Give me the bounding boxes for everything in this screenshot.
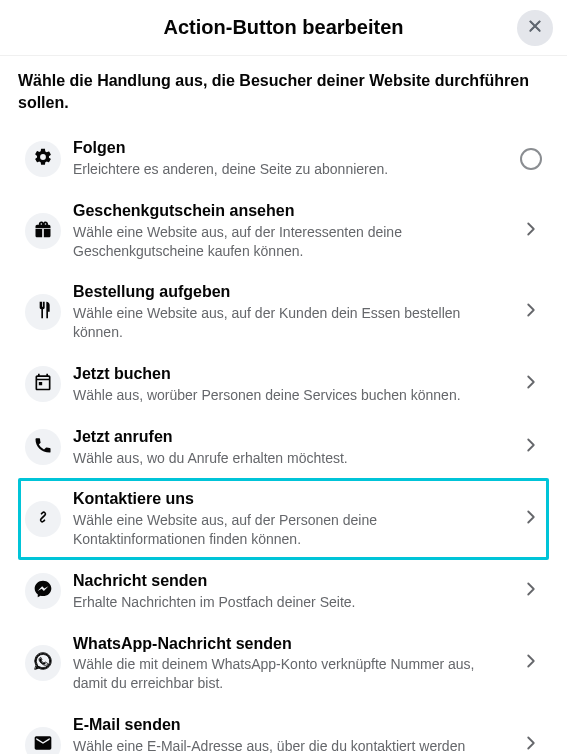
option-text: Jetzt buchen Wähle aus, worüber Personen…: [73, 364, 520, 405]
option-desc: Wähle die mit deinem WhatsApp-Konto verk…: [73, 655, 512, 693]
option-title: Geschenkgutschein ansehen: [73, 201, 512, 222]
option-desc: Wähle aus, worüber Personen deine Servic…: [73, 386, 512, 405]
option-icon-circle: [25, 501, 61, 537]
chevron-right-icon: [520, 371, 542, 397]
calendar-icon: [33, 372, 53, 396]
option-trailing: [520, 299, 542, 325]
gift-icon: [33, 219, 53, 243]
option-title: Kontaktiere uns: [73, 489, 512, 510]
action-option-food[interactable]: Bestellung aufgeben Wähle eine Website a…: [18, 271, 549, 353]
option-text: Jetzt anrufen Wähle aus, wo du Anrufe er…: [73, 427, 520, 468]
option-title: Jetzt anrufen: [73, 427, 512, 448]
option-icon-circle: [25, 141, 61, 177]
option-desc: Wähle eine Website aus, auf der Kunden d…: [73, 304, 512, 342]
option-text: Bestellung aufgeben Wähle eine Website a…: [73, 282, 520, 342]
modal-header: Action-Button bearbeiten: [0, 0, 567, 56]
option-title: Jetzt buchen: [73, 364, 512, 385]
phone-icon: [33, 435, 53, 459]
action-option-messenger[interactable]: Nachricht senden Erhalte Nachrichten im …: [18, 560, 549, 623]
radio-unchecked-icon[interactable]: [520, 148, 542, 170]
option-icon-circle: [25, 573, 61, 609]
option-icon-circle: [25, 727, 61, 754]
chevron-right-icon: [520, 650, 542, 676]
option-desc: Wähle eine Website aus, auf der Interess…: [73, 223, 512, 261]
option-trailing: [520, 578, 542, 604]
option-title: E-Mail senden: [73, 715, 512, 736]
option-text: Folgen Erleichtere es anderen, deine Sei…: [73, 138, 520, 179]
modal-title: Action-Button bearbeiten: [164, 16, 404, 39]
option-trailing: [520, 650, 542, 676]
option-text: E-Mail senden Wähle eine E-Mail-Adresse …: [73, 715, 520, 754]
option-icon-circle: [25, 366, 61, 402]
messenger-icon: [33, 579, 53, 603]
close-icon: [526, 17, 544, 38]
option-desc: Wähle eine Website aus, auf der Personen…: [73, 511, 512, 549]
instruction-text: Wähle die Handlung aus, die Besucher dei…: [18, 70, 549, 113]
action-option-whatsapp[interactable]: WhatsApp-Nachricht senden Wähle die mit …: [18, 623, 549, 705]
chevron-right-icon: [520, 578, 542, 604]
options-list: Folgen Erleichtere es anderen, deine Sei…: [18, 127, 549, 754]
gear-icon: [33, 147, 53, 171]
option-trailing: [520, 732, 542, 754]
option-desc: Wähle aus, wo du Anrufe erhalten möchtes…: [73, 449, 512, 468]
option-text: Kontaktiere uns Wähle eine Website aus, …: [73, 489, 520, 549]
option-icon-circle: [25, 645, 61, 681]
option-icon-circle: [25, 294, 61, 330]
food-icon: [33, 300, 53, 324]
action-option-calendar[interactable]: Jetzt buchen Wähle aus, worüber Personen…: [18, 353, 549, 416]
action-option-link[interactable]: Kontaktiere uns Wähle eine Website aus, …: [18, 478, 549, 560]
chevron-right-icon: [520, 218, 542, 244]
svg-point-0: [36, 654, 51, 669]
option-trailing: [520, 434, 542, 460]
option-icon-circle: [25, 213, 61, 249]
chevron-right-icon: [520, 434, 542, 460]
option-trailing: [520, 218, 542, 244]
link-icon: [33, 507, 53, 531]
option-title: WhatsApp-Nachricht senden: [73, 634, 512, 655]
option-desc: Wähle eine E-Mail-Adresse aus, über die …: [73, 737, 512, 754]
option-trailing: [520, 371, 542, 397]
option-trailing: [520, 148, 542, 170]
close-button[interactable]: [517, 10, 553, 46]
option-desc: Erleichtere es anderen, deine Seite zu a…: [73, 160, 512, 179]
edit-action-button-modal: Action-Button bearbeiten Wähle die Handl…: [0, 0, 567, 754]
action-option-mail[interactable]: E-Mail senden Wähle eine E-Mail-Adresse …: [18, 704, 549, 754]
option-text: WhatsApp-Nachricht senden Wähle die mit …: [73, 634, 520, 694]
action-option-gift[interactable]: Geschenkgutschein ansehen Wähle eine Web…: [18, 190, 549, 272]
whatsapp-icon: [33, 651, 53, 675]
option-title: Bestellung aufgeben: [73, 282, 512, 303]
chevron-right-icon: [520, 299, 542, 325]
option-title: Folgen: [73, 138, 512, 159]
option-text: Geschenkgutschein ansehen Wähle eine Web…: [73, 201, 520, 261]
chevron-right-icon: [520, 506, 542, 532]
action-option-phone[interactable]: Jetzt anrufen Wähle aus, wo du Anrufe er…: [18, 416, 549, 479]
modal-content: Wähle die Handlung aus, die Besucher dei…: [0, 56, 567, 754]
chevron-right-icon: [520, 732, 542, 754]
action-option-gear[interactable]: Folgen Erleichtere es anderen, deine Sei…: [18, 127, 549, 190]
option-text: Nachricht senden Erhalte Nachrichten im …: [73, 571, 520, 612]
option-title: Nachricht senden: [73, 571, 512, 592]
option-icon-circle: [25, 429, 61, 465]
mail-icon: [33, 733, 53, 754]
option-trailing: [520, 506, 542, 532]
option-desc: Erhalte Nachrichten im Postfach deiner S…: [73, 593, 512, 612]
